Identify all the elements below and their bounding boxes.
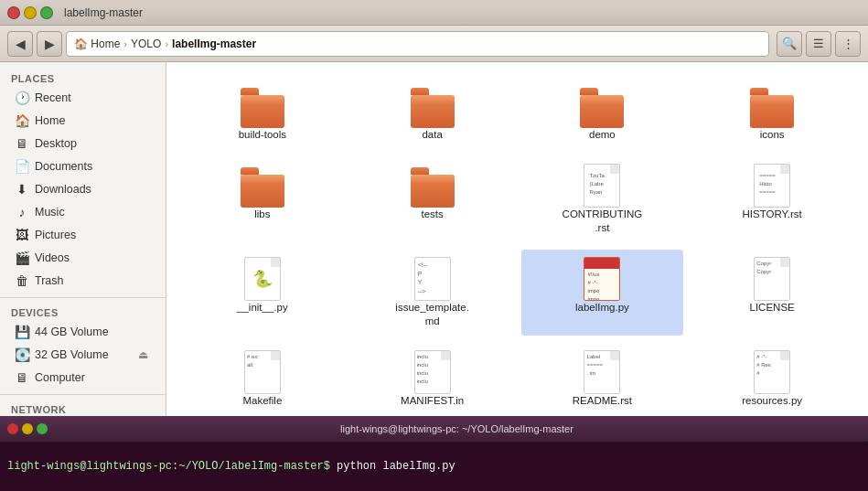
sidebar-label-computer: Computer [35, 371, 85, 384]
terminal-command: python labelImg.py [330, 460, 455, 473]
terminal-prompt: light-wings@lightwings-pc:~/YOLO/labelIm… [7, 460, 330, 473]
terminal: light-wings@lightwings-pc: ~/YOLO/labelI… [0, 416, 868, 491]
sidebar-item-pictures[interactable]: 🖼 Pictures [4, 224, 162, 246]
terminal-body[interactable]: light-wings@lightwings-pc:~/YOLO/labelIm… [0, 442, 868, 491]
view-button[interactable]: ⋮ [835, 31, 861, 57]
places-section-title: Places [0, 69, 166, 86]
file-name-libs: libs [254, 208, 270, 221]
terminal-min-button[interactable] [22, 423, 33, 434]
file-name-contributing: CONTRIBUTING.rst [561, 208, 643, 235]
file-item-readme[interactable]: Label===== . im README.rst [521, 343, 684, 415]
breadcrumb-sep-1: › [123, 38, 127, 49]
main-content: Places 🕐 Recent 🏠 Home 🖥 Desktop 📄 Docum… [0, 62, 868, 416]
sidebar-item-downloads[interactable]: ⬇ Downloads [4, 178, 162, 200]
minimize-button[interactable] [24, 6, 37, 19]
sidebar-item-computer[interactable]: 🖥 Computer [4, 367, 162, 389]
file-item-data[interactable]: data [351, 77, 514, 149]
terminal-line: light-wings@lightwings-pc:~/YOLO/labelIm… [7, 460, 861, 473]
menu-button[interactable]: ☰ [806, 31, 831, 57]
file-name-history: HISTORY.rst [743, 208, 802, 221]
sidebar-label-vol44: 44 GB Volume [35, 326, 109, 338]
file-item-makefile[interactable]: # ex: all: Makefile [181, 343, 344, 415]
sidebar-item-vol44[interactable]: 💾 44 GB Volume [4, 321, 162, 343]
volume32-icon: 💽 [15, 347, 29, 362]
trash-icon: 🗑 [15, 273, 29, 288]
text-icon-readme: Label===== . im [584, 350, 620, 394]
breadcrumb-current[interactable]: labelImg-master [172, 37, 256, 50]
title-bar: labelImg-master [0, 0, 868, 26]
toolbar: ◀ ▶ 🏠 Home › YOLO › labelImg-master 🔍 ☰ … [0, 26, 868, 62]
sidebar-label-vol32: 32 GB Volume [35, 348, 109, 361]
sidebar-label-trash: Trash [35, 274, 64, 287]
file-item-labelimg[interactable]: #!/us# -*-impoimpo labelImg.py [521, 250, 684, 336]
folder-icon-build-tools [241, 84, 284, 128]
pictures-icon: 🖼 [15, 228, 29, 242]
breadcrumb-home[interactable]: 🏠 Home [74, 37, 120, 50]
eject-button[interactable]: ⏏ [135, 347, 151, 362]
window-title: labelImg-master [64, 6, 143, 19]
sidebar-item-documents[interactable]: 📄 Documents [4, 155, 162, 177]
breadcrumb-yolo[interactable]: YOLO [131, 37, 161, 50]
file-item-tests[interactable]: tests [351, 156, 514, 242]
window-controls [7, 6, 53, 19]
sidebar-item-videos[interactable]: 🎬 Videos [4, 247, 162, 269]
file-item-contributing[interactable]: TzuTa{LabeRyan CONTRIBUTING.rst [521, 156, 684, 242]
file-item-icons[interactable]: icons [691, 77, 853, 149]
file-name-resources-py: resources.py [742, 394, 802, 408]
network-section-title: Network [0, 400, 166, 416]
file-grid: build-tools data demo [181, 77, 853, 416]
file-name-labelimg: labelImg.py [575, 301, 629, 315]
sidebar-label-recent: Recent [35, 91, 71, 104]
file-name-init: __init__.py [237, 301, 288, 315]
text-icon-contributing: TzuTa{LabeRyan [584, 164, 620, 208]
file-item-libs[interactable]: libs [181, 156, 344, 242]
computer-icon: 🖥 [15, 370, 29, 385]
breadcrumb-sep-2: › [165, 38, 168, 49]
file-name-makefile: Makefile [242, 394, 282, 408]
file-item-demo[interactable]: demo [521, 77, 684, 149]
downloads-icon: ⬇ [15, 182, 29, 197]
sidebar-item-home[interactable]: 🏠 Home [4, 110, 162, 132]
file-name-manifest: MANIFEST.in [401, 394, 464, 408]
search-button[interactable]: 🔍 [777, 31, 802, 57]
file-item-history[interactable]: =====Histo===== HISTORY.rst [691, 156, 853, 242]
sidebar-label-videos: Videos [35, 251, 70, 264]
text-icon-history: =====Histo===== [754, 164, 790, 208]
file-item-init[interactable]: 🐍 __init__.py [181, 250, 344, 336]
terminal-controls [7, 423, 48, 434]
file-item-build-tools[interactable]: build-tools [181, 77, 344, 149]
music-icon: ♪ [15, 205, 29, 219]
sidebar-item-recent[interactable]: 🕐 Recent [4, 87, 162, 109]
videos-icon: 🎬 [15, 251, 29, 265]
sidebar-label-documents: Documents [35, 160, 92, 173]
sidebar-item-desktop[interactable]: 🖥 Desktop [4, 133, 162, 155]
text-icon-manifest: incluincluincluinclu [414, 350, 451, 394]
sidebar-item-music[interactable]: ♪ Music [4, 201, 162, 223]
forward-button[interactable]: ▶ [37, 31, 62, 57]
file-item-manifest[interactable]: incluincluincluinclu MANIFEST.in [351, 343, 514, 415]
sidebar-label-pictures: Pictures [35, 229, 76, 241]
file-item-resources-py[interactable]: # -*-# Res# resources.py [691, 343, 853, 415]
terminal-title-text: light-wings@lightwings-pc: ~/YOLO/labelI… [53, 423, 861, 434]
terminal-close-button[interactable] [7, 423, 18, 434]
folder-icon-demo [580, 84, 624, 128]
text-icon-license: CopyrCopyr [754, 257, 790, 301]
recent-icon: 🕐 [15, 91, 29, 105]
file-name-build-tools: build-tools [239, 128, 286, 142]
py-icon-init: 🐍 [244, 257, 281, 301]
file-name-license: LICENSE [750, 301, 795, 315]
desktop-icon: 🖥 [15, 136, 29, 151]
file-name-demo: demo [589, 128, 616, 142]
breadcrumb: 🏠 Home › YOLO › labelImg-master [66, 31, 769, 57]
terminal-max-button[interactable] [37, 423, 48, 434]
back-button[interactable]: ◀ [7, 31, 33, 57]
maximize-button[interactable] [40, 6, 53, 19]
close-button[interactable] [7, 6, 20, 19]
home-icon: 🏠 [15, 113, 29, 128]
file-item-issue-template[interactable]: <!-- P Y--> issue_template.md [351, 250, 514, 336]
file-name-readme: README.rst [573, 394, 632, 408]
file-item-license[interactable]: CopyrCopyr LICENSE [691, 250, 853, 336]
sidebar-item-vol32[interactable]: 💽 32 GB Volume ⏏ [4, 344, 162, 366]
md-icon-issue-template: <!-- P Y--> [414, 257, 451, 301]
sidebar-item-trash[interactable]: 🗑 Trash [4, 270, 162, 292]
